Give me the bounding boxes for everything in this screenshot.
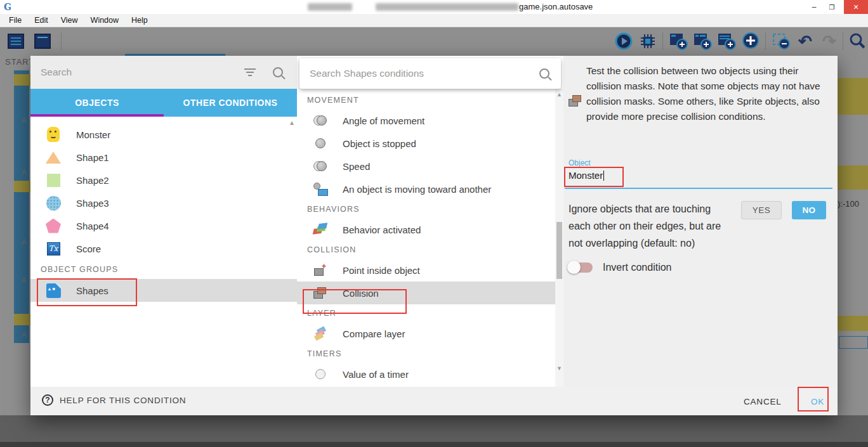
monster-sprite-icon	[44, 127, 62, 142]
pentagon-icon	[44, 219, 62, 233]
conditions-panel: MOVEMENT Angle of movement Object is sto…	[297, 56, 563, 387]
remove-selection-icon[interactable]	[770, 31, 792, 51]
preview-play-icon[interactable]	[613, 31, 635, 51]
scroll-down-arrow-icon[interactable]: ▼	[556, 365, 562, 372]
section-collision: COLLISION	[297, 241, 555, 259]
object-row-shape3[interactable]: Shape3	[30, 191, 297, 214]
text-caret	[603, 171, 604, 181]
object-row-shape2[interactable]: Shape2	[30, 169, 297, 191]
conditions-scrollbar[interactable]: ▲ ▼	[555, 89, 563, 387]
circle-icon	[44, 196, 62, 211]
group-row-shapes[interactable]: Shapes	[30, 279, 297, 302]
scroll-up-arrow-icon[interactable]: ▲	[556, 91, 562, 98]
text-object-icon: Tx	[44, 242, 62, 256]
conditions-search-field[interactable]: Search Shapes conditions	[299, 58, 561, 89]
undo-icon[interactable]: ↶	[794, 31, 816, 51]
tab-other-conditions[interactable]: OTHER CONDITIONS	[164, 89, 297, 117]
object-search-field[interactable]: Search	[30, 56, 297, 89]
condition-row-timer-value[interactable]: Value of a timer	[297, 363, 555, 385]
add-comment-icon[interactable]	[716, 31, 737, 51]
help-link[interactable]: ? HELP FOR THIS CONDITION	[42, 394, 186, 406]
section-layer: LAYER	[297, 304, 555, 322]
search-icon[interactable]	[273, 67, 283, 77]
redacted-title-segment	[308, 3, 352, 11]
square-icon	[44, 174, 62, 187]
object-groups-header: OBJECT GROUPS	[30, 260, 297, 279]
tab-objects[interactable]: OBJECTS	[30, 89, 164, 117]
menu-window[interactable]: Window	[87, 15, 122, 26]
menu-help[interactable]: Help	[128, 15, 152, 26]
add-circle-icon[interactable]	[740, 31, 761, 51]
scrollbar-thumb[interactable]	[556, 222, 562, 279]
ok-button[interactable]: OK	[803, 393, 832, 410]
toggle-knob[interactable]	[567, 261, 581, 274]
condition-row-moving-toward[interactable]: An object is moving toward another	[297, 178, 555, 200]
objects-list: Monster Shape1 Shape2 Shape3 Shape4 Tx S…	[30, 117, 297, 387]
object-field-input[interactable]: Monster	[569, 170, 604, 181]
condition-parameters-panel: Test the collision between two objects u…	[563, 56, 838, 387]
condition-row-behavior-activated[interactable]: Behavior activated	[297, 218, 555, 241]
object-search-placeholder: Search	[41, 67, 244, 78]
redo-icon[interactable]: ↷	[819, 31, 840, 51]
object-field-underline	[565, 188, 832, 189]
yes-button[interactable]: YES	[741, 201, 782, 219]
background-code-snippet: ):-100	[838, 199, 859, 209]
moving-toward-icon	[312, 183, 329, 195]
angle-of-movement-icon	[312, 115, 329, 126]
menu-bar: File Edit View Window Help	[0, 14, 868, 27]
condition-row-point-inside[interactable]: Point inside object	[297, 259, 555, 282]
selector-tabs: OBJECTS OTHER CONDITIONS	[30, 89, 297, 117]
titlebar: G game.json.autosave – ❐ ✕	[0, 0, 868, 14]
filter-icon[interactable]	[244, 68, 256, 77]
collision-icon	[312, 287, 329, 299]
point-inside-icon	[312, 264, 329, 276]
background-selected-event	[839, 336, 868, 349]
condition-row-collision[interactable]: Collision	[297, 282, 555, 304]
add-event-icon[interactable]	[667, 31, 689, 51]
condition-editor-dialog: Search OBJECTS OTHER CONDITIONS Monster …	[30, 56, 838, 415]
compare-layer-icon	[312, 327, 329, 340]
object-stopped-icon	[312, 138, 329, 148]
add-subevent-icon[interactable]	[692, 31, 713, 51]
invert-condition-label: Invert condition	[603, 262, 672, 273]
object-field-label: Object	[569, 159, 591, 167]
scroll-up-arrow-icon[interactable]: ▲	[289, 119, 295, 126]
speed-icon	[312, 160, 329, 172]
behavior-icon	[312, 223, 329, 236]
object-row-monster[interactable]: Monster	[30, 123, 297, 146]
section-behaviors: BEHAVIORS	[297, 200, 555, 218]
search-events-icon[interactable]	[846, 31, 868, 51]
minimize-button[interactable]: –	[805, 0, 824, 14]
window-title: game.json.autosave	[519, 2, 593, 11]
events-sheet-icon[interactable]	[5, 31, 27, 51]
help-icon: ?	[42, 394, 53, 406]
scene-editor-icon[interactable]	[32, 31, 53, 51]
menu-edit[interactable]: Edit	[30, 15, 52, 26]
close-button[interactable]: ✕	[844, 0, 868, 14]
conditions-search-placeholder: Search Shapes conditions	[310, 68, 539, 79]
background-footer-dark-strip	[0, 442, 868, 447]
debug-icon[interactable]	[637, 31, 659, 51]
cancel-button[interactable]: CANCEL	[736, 393, 789, 410]
no-button[interactable]: NO	[792, 201, 826, 219]
timer-icon	[312, 369, 329, 379]
section-timers: TIMERS	[297, 345, 555, 363]
ignore-edges-question: Ignore objects that are touching each ot…	[569, 200, 735, 252]
dialog-footer: ? HELP FOR THIS CONDITION CANCEL OK	[30, 387, 838, 415]
object-row-shape4[interactable]: Shape4	[30, 214, 297, 237]
triangle-icon	[44, 152, 62, 164]
gdevelop-logo-icon: G	[4, 2, 14, 12]
object-row-score[interactable]: Tx Score	[30, 237, 297, 260]
toolbar: ↶ ↷	[0, 27, 868, 55]
menu-view[interactable]: View	[57, 15, 82, 26]
condition-row-angle-of-movement[interactable]: Angle of movement	[297, 109, 555, 132]
maximize-button[interactable]: ❐	[822, 0, 841, 14]
condition-row-compare-layer[interactable]: Compare layer	[297, 322, 555, 345]
object-row-shape1[interactable]: Shape1	[30, 146, 297, 169]
condition-row-object-is-stopped[interactable]: Object is stopped	[297, 132, 555, 155]
menu-file[interactable]: File	[5, 15, 25, 26]
conditions-list: MOVEMENT Angle of movement Object is sto…	[297, 81, 555, 387]
invert-condition-toggle[interactable]	[569, 262, 593, 273]
condition-row-speed[interactable]: Speed	[297, 155, 555, 178]
search-icon	[539, 68, 549, 79]
